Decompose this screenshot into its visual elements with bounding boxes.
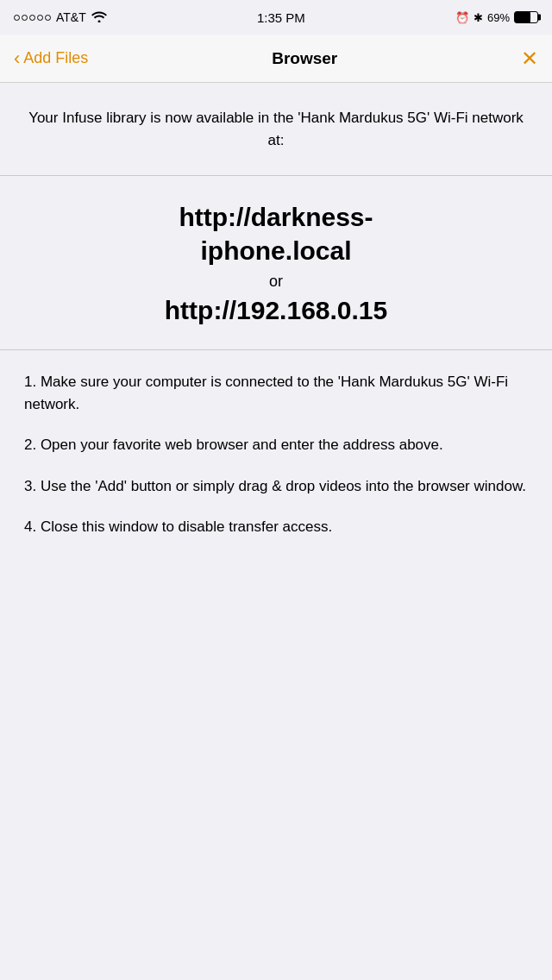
close-button[interactable]: ✕ bbox=[521, 48, 538, 69]
battery-icon bbox=[514, 11, 538, 23]
url-primary: http://darkness- iphone.local bbox=[28, 200, 524, 267]
signal-dot-4 bbox=[37, 15, 43, 21]
status-left: AT&T bbox=[14, 10, 107, 25]
instructions-section: 1. Make sure your computer is connected … bbox=[0, 350, 552, 559]
main-content: Your Infuse library is now available in … bbox=[0, 83, 552, 559]
url-primary-line1: http://darkness- bbox=[179, 203, 373, 231]
back-label: Add Files bbox=[23, 49, 88, 67]
back-chevron-icon: ‹ bbox=[14, 49, 20, 68]
carrier-name: AT&T bbox=[56, 10, 86, 24]
bluetooth-icon: ✱ bbox=[474, 11, 483, 24]
status-right: ⏰ ✱ 69% bbox=[455, 11, 538, 24]
info-text: Your Infuse library is now available in … bbox=[28, 107, 524, 151]
status-time: 1:35 PM bbox=[257, 10, 305, 25]
status-bar: AT&T 1:35 PM ⏰ ✱ 69% bbox=[0, 0, 552, 35]
signal-dot-1 bbox=[14, 15, 20, 21]
signal-dot-3 bbox=[29, 15, 35, 21]
instruction-item: 3. Use the 'Add' button or simply drag &… bbox=[24, 475, 528, 498]
alarm-icon: ⏰ bbox=[455, 11, 469, 24]
back-button[interactable]: ‹ Add Files bbox=[14, 49, 88, 68]
url-secondary: http://192.168.0.15 bbox=[28, 296, 524, 325]
url-section: http://darkness- iphone.local or http://… bbox=[0, 176, 552, 350]
signal-dot-2 bbox=[22, 15, 28, 21]
instruction-item: 1. Make sure your computer is connected … bbox=[24, 371, 528, 415]
nav-bar: ‹ Add Files Browser ✕ bbox=[0, 35, 552, 83]
signal-dots bbox=[14, 15, 51, 21]
nav-title: Browser bbox=[272, 49, 337, 68]
info-section: Your Infuse library is now available in … bbox=[0, 83, 552, 176]
wifi-icon bbox=[91, 10, 107, 25]
signal-dot-5 bbox=[45, 15, 51, 21]
battery-percent: 69% bbox=[487, 11, 510, 24]
instruction-item: 4. Close this window to disable transfer… bbox=[24, 516, 528, 538]
url-or: or bbox=[28, 273, 524, 291]
instruction-item: 2. Open your favorite web browser and en… bbox=[24, 434, 528, 456]
url-primary-line2: iphone.local bbox=[200, 236, 351, 265]
